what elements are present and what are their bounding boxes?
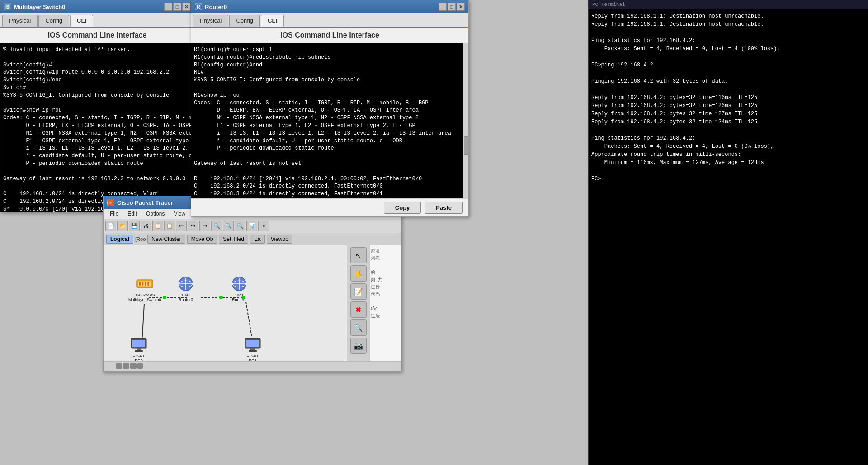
viewport-btn[interactable]: Viewpo [267, 235, 292, 244]
toolbar-print[interactable]: 🖨 [141, 221, 151, 231]
svg-text:S: S [6, 5, 9, 9]
toolbar-paste-tb[interactable]: 📋 [164, 221, 175, 231]
svg-rect-37 [116, 363, 122, 369]
router0-close[interactable]: ✕ [457, 3, 465, 11]
switch-close[interactable]: ✕ [182, 3, 190, 11]
toolbar-new[interactable]: 📄 [105, 221, 116, 231]
svg-rect-39 [130, 363, 137, 369]
menu-edit[interactable]: Edit [123, 210, 142, 218]
switch-heading: IOS Command Line Interface [0, 28, 194, 43]
switch-cli-content[interactable]: % Invalid input detected at '^' marker. … [0, 43, 194, 212]
tab-router0-config[interactable]: Config [229, 15, 260, 27]
router0-window: R Router0 ─ □ ✕ Physical Config CLI IOS … [191, 0, 469, 217]
tool-note[interactable]: 📝 [350, 283, 367, 300]
router0-paste-button[interactable]: Paste [425, 202, 463, 214]
tool-custom1[interactable]: 📷 [350, 338, 367, 354]
status-text: — [106, 364, 111, 369]
switch-icon: S [4, 3, 11, 10]
toolbar-save[interactable]: 💾 [129, 221, 140, 231]
toolbar-search[interactable]: 🔍 [211, 221, 222, 231]
tab-switch-cli[interactable]: CLI [70, 15, 93, 27]
switch-cli-area: % Invalid input detected at '^' marker. … [0, 43, 194, 212]
router0-maximize[interactable]: □ [448, 3, 456, 11]
logical-button[interactable]: Logical [106, 235, 133, 244]
tool-select[interactable]: ↖ [350, 247, 367, 263]
pc-terminal-window: PC Terminal Reply from 192.168.1.1: Dest… [588, 0, 868, 465]
switch-maximize[interactable]: □ [173, 3, 181, 11]
cpt-window: CPT Cisco Packet Tracer ─ □ ✕ File Edit … [103, 196, 401, 372]
switch-window: S Multilayer Switch0 ─ □ ✕ Physical Conf… [0, 0, 194, 212]
router0-cli-content[interactable]: R1(config)#router ospf 1 R1(config-route… [191, 43, 463, 198]
switch-titlebar: S Multilayer Switch0 ─ □ ✕ [0, 0, 194, 13]
svg-rect-34 [246, 340, 259, 347]
router0-scrollbar[interactable] [463, 43, 468, 198]
router0-scrollbar-thumb[interactable] [464, 136, 468, 155]
pc0-icon [130, 336, 148, 354]
toolbar-copy-tb[interactable]: 📋 [152, 221, 163, 231]
tab-router0-physical[interactable]: Physical [193, 15, 228, 27]
tool-delete[interactable]: ✖ [350, 301, 367, 318]
svg-rect-20 [148, 282, 150, 285]
switch-minimize[interactable]: ─ [164, 3, 172, 11]
device-switch0[interactable]: 3560-24PS Multilayer Switch0 [128, 275, 161, 302]
status-icons [116, 362, 143, 371]
logical-bar-label: [Roo [135, 236, 146, 242]
tool-zoom[interactable]: 🔍 [350, 319, 367, 336]
router0-controls: ─ □ ✕ [439, 3, 465, 11]
toolbar-search3[interactable]: 🔍 [235, 221, 245, 231]
menu-file[interactable]: File [105, 210, 123, 218]
pc1-icon [244, 336, 262, 354]
router0-icon: R [195, 3, 202, 10]
router0-dev-icon [177, 275, 195, 293]
router0-copy-button[interactable]: Copy [384, 202, 421, 214]
toolbar-more[interactable]: » [258, 221, 269, 231]
move-object-btn[interactable]: Move Ob [187, 235, 217, 244]
svg-rect-17 [139, 282, 141, 285]
device-router1[interactable]: 1841 Router1 [230, 275, 248, 302]
pc-cli-content[interactable]: Reply from 192.168.1.1: Destination host… [589, 9, 868, 186]
pc-header-text: PC Terminal [592, 2, 625, 7]
router0-model: 1841 [181, 293, 190, 297]
new-cluster-btn[interactable]: New Cluster [147, 235, 185, 244]
switch-title: Multilayer Switch0 [14, 4, 161, 10]
svg-rect-36 [249, 350, 257, 352]
svg-point-12 [163, 296, 166, 299]
device-pc1[interactable]: PC-PT PC1 [244, 336, 262, 361]
pc1-model: PC-PT [247, 354, 259, 358]
ea-btn[interactable]: Ea [250, 235, 265, 244]
device-router0[interactable]: 1841 Router0 [177, 275, 195, 302]
cpt-canvas[interactable]: 3560-24PS Multilayer Switch0 [104, 245, 347, 361]
router1-name: Router1 [232, 297, 246, 302]
toolbar-search2[interactable]: 🔍 [223, 221, 234, 231]
toolbar-chart[interactable]: 📊 [246, 221, 257, 231]
chinese-text: 原理列表的如, 共进行代码(Ac过法 [371, 247, 400, 319]
cpt-icon: CPT [107, 199, 114, 206]
svg-text:R: R [197, 5, 200, 9]
svg-rect-38 [123, 363, 129, 369]
svg-rect-30 [132, 340, 145, 347]
toolbar-redo2[interactable]: ↪ [199, 221, 210, 231]
tab-switch-physical[interactable]: Physical [2, 15, 38, 27]
tab-switch-config[interactable]: Config [38, 15, 69, 27]
router0-minimize[interactable]: ─ [439, 3, 447, 11]
cpt-right-panel: ↖ ✋ 📝 ✖ 🔍 📷 [347, 245, 369, 361]
router0-footer: Copy Paste [191, 198, 468, 216]
svg-rect-19 [145, 282, 146, 285]
set-tiled-btn[interactable]: Set Tiled [219, 235, 248, 244]
tab-router0-cli[interactable]: CLI [261, 15, 284, 27]
toolbar-undo[interactable]: ↩ [176, 221, 187, 231]
pc0-name: PC0 [135, 358, 143, 361]
device-pc0[interactable]: PC-PT PC0 [130, 336, 148, 361]
menu-view[interactable]: View [169, 210, 190, 218]
toolbar-open[interactable]: 📂 [117, 221, 128, 231]
svg-rect-32 [135, 350, 143, 352]
toolbar-redo[interactable]: ↪ [188, 221, 198, 231]
menu-options[interactable]: Options [142, 210, 169, 218]
switch-tabs: Physical Config CLI [0, 13, 194, 28]
tool-move[interactable]: ✋ [350, 265, 367, 282]
router1-model: 1841 [235, 293, 244, 297]
switch0-model: 3560-24PS [135, 293, 155, 297]
chinese-panel: 原理列表的如, 共进行代码(Ac过法 [369, 245, 401, 361]
switch0-name: Multilayer Switch0 [128, 297, 161, 302]
router0-heading: IOS Command Line Interface [191, 28, 468, 43]
